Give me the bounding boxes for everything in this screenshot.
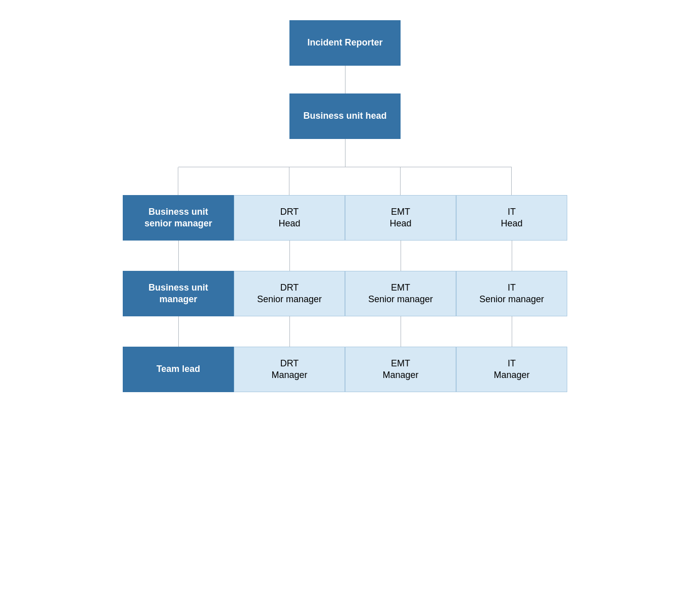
team-lead-node: Team lead [123, 347, 234, 392]
bu-manager-node: Business unit manager [123, 271, 234, 316]
col2-spacer1 [289, 241, 290, 271]
col-2: DRT Head DRT Senior manager DRT Manager [234, 195, 345, 392]
it-head-node: IT Head [456, 195, 567, 241]
bu-senior-manager-label: Business unit senior manager [135, 206, 222, 230]
emt-senior-manager-node: EMT Senior manager [345, 271, 456, 316]
v-drop-col2 [289, 167, 289, 195]
drt-manager-label: DRT Manager [271, 358, 307, 382]
it-senior-manager-label: IT Senior manager [479, 282, 544, 306]
col-1: Business unit senior manager Business un… [123, 195, 234, 392]
level-3-row: Business unit senior manager Business un… [123, 195, 567, 392]
col1-spacer1 [178, 241, 179, 271]
it-senior-manager-node: IT Senior manager [456, 271, 567, 316]
v-drop-col1 [178, 167, 178, 195]
col1-spacer2 [178, 316, 179, 347]
it-manager-label: IT Manager [494, 358, 529, 382]
team-lead-label: Team lead [157, 363, 201, 375]
v-drop-col3 [400, 167, 401, 195]
drt-head-label: DRT Head [278, 206, 300, 230]
level-1: Incident Reporter [289, 20, 401, 93]
col3-spacer2 [401, 316, 401, 347]
col4-spacer2 [512, 316, 512, 347]
v-drop-col4 [511, 167, 512, 195]
business-unit-head-node: Business unit head [289, 93, 401, 139]
emt-manager-label: EMT Manager [382, 358, 418, 382]
col3-spacer1 [401, 241, 401, 271]
v-drops [123, 167, 567, 195]
emt-head-label: EMT Head [389, 206, 411, 230]
col-4: IT Head IT Senior manager IT Manager [456, 195, 567, 392]
it-head-label: IT Head [501, 206, 522, 230]
connector-1 [345, 66, 346, 93]
org-chart: Incident Reporter Business unit head Bus [42, 20, 648, 392]
bu-senior-manager-node: Business unit senior manager [123, 195, 234, 241]
col-3: EMT Head EMT Senior manager EMT Manager [345, 195, 456, 392]
drt-head-node: DRT Head [234, 195, 345, 241]
drt-senior-manager-node: DRT Senior manager [234, 271, 345, 316]
col2-spacer2 [289, 316, 290, 347]
business-unit-head-label: Business unit head [303, 110, 386, 122]
emt-head-node: EMT Head [345, 195, 456, 241]
connector-2 [345, 139, 346, 167]
incident-reporter-label: Incident Reporter [307, 37, 382, 49]
it-manager-node: IT Manager [456, 347, 567, 392]
level-2: Business unit head [289, 93, 401, 167]
branch: Business unit senior manager Business un… [42, 167, 648, 392]
drt-manager-node: DRT Manager [234, 347, 345, 392]
col4-spacer1 [512, 241, 512, 271]
incident-reporter-node: Incident Reporter [289, 20, 401, 66]
emt-manager-node: EMT Manager [345, 347, 456, 392]
drt-senior-manager-label: DRT Senior manager [257, 282, 322, 306]
emt-senior-manager-label: EMT Senior manager [368, 282, 433, 306]
bu-manager-label: Business unit manager [135, 282, 222, 306]
